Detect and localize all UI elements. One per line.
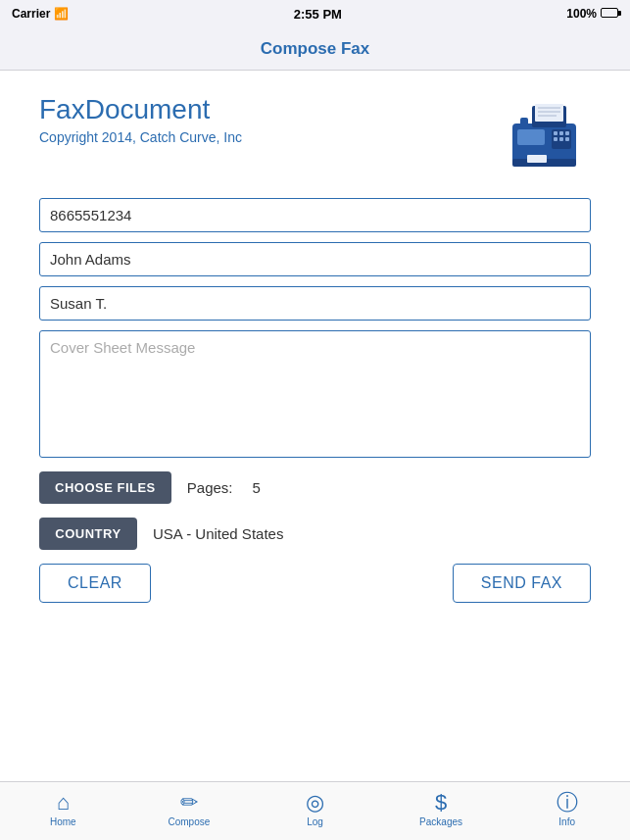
pages-label: Pages: bbox=[187, 479, 233, 496]
tab-compose-label: Compose bbox=[168, 816, 210, 827]
tab-info-label: Info bbox=[558, 816, 575, 827]
bottom-row: CLEAR SEND FAX bbox=[39, 564, 591, 603]
svg-rect-12 bbox=[559, 137, 563, 141]
tab-home-label: Home bbox=[50, 816, 76, 827]
log-icon: ◎ bbox=[306, 792, 324, 814]
send-fax-button[interactable]: SEND FAX bbox=[453, 564, 591, 603]
tab-home[interactable]: ⌂ Home bbox=[0, 792, 126, 827]
info-icon: ⓘ bbox=[557, 792, 578, 814]
app-copyright: Copyright 2014, Catch Curve, Inc bbox=[39, 129, 242, 145]
clear-button[interactable]: CLEAR bbox=[39, 564, 151, 603]
home-icon: ⌂ bbox=[57, 792, 70, 814]
country-button[interactable]: COUNTRY bbox=[39, 518, 137, 550]
tab-compose[interactable]: ✏ Compose bbox=[126, 792, 253, 827]
svg-rect-11 bbox=[554, 137, 557, 141]
svg-rect-16 bbox=[520, 118, 528, 127]
country-row: COUNTRY USA - United States bbox=[39, 518, 591, 550]
compose-icon: ✏ bbox=[180, 792, 198, 814]
nav-bar: Compose Fax bbox=[0, 27, 630, 71]
recipient-name-input[interactable] bbox=[39, 242, 591, 276]
carrier-wifi: Carrier 📶 bbox=[12, 7, 69, 21]
fax-number-input[interactable] bbox=[39, 198, 591, 232]
status-bar: Carrier 📶 2:55 PM 100% bbox=[0, 0, 630, 27]
svg-rect-9 bbox=[559, 131, 563, 135]
tab-packages[interactable]: $ Packages bbox=[378, 792, 505, 827]
tab-packages-label: Packages bbox=[419, 816, 462, 827]
choose-files-row: CHOOSE FILES Pages: 5 bbox=[39, 471, 591, 504]
svg-rect-6 bbox=[517, 129, 545, 145]
country-value: USA - United States bbox=[153, 525, 283, 542]
fax-machine-icon bbox=[503, 94, 591, 176]
svg-rect-8 bbox=[554, 131, 557, 135]
svg-rect-13 bbox=[565, 137, 569, 141]
packages-icon: $ bbox=[435, 792, 447, 814]
svg-rect-2 bbox=[535, 104, 563, 122]
svg-rect-15 bbox=[527, 155, 547, 163]
tab-log[interactable]: ◎ Log bbox=[252, 792, 378, 827]
carrier-label: Carrier bbox=[12, 7, 50, 21]
time-label: 2:55 PM bbox=[294, 7, 342, 22]
wifi-icon: 📶 bbox=[54, 7, 69, 21]
tab-bar: ⌂ Home ✏ Compose ◎ Log $ Packages ⓘ Info bbox=[0, 781, 630, 840]
message-input[interactable] bbox=[39, 330, 591, 458]
nav-title: Compose Fax bbox=[261, 39, 369, 59]
battery-icon bbox=[601, 7, 618, 21]
tab-info[interactable]: ⓘ Info bbox=[504, 792, 630, 827]
tab-log-label: Log bbox=[307, 816, 323, 827]
choose-files-button[interactable]: CHOOSE FILES bbox=[39, 471, 171, 504]
svg-rect-10 bbox=[565, 131, 569, 135]
battery-percent: 100% bbox=[566, 7, 597, 21]
app-header: FaxDocument Copyright 2014, Catch Curve,… bbox=[39, 94, 591, 176]
app-title: FaxDocument bbox=[39, 94, 242, 125]
main-content: FaxDocument Copyright 2014, Catch Curve,… bbox=[0, 71, 630, 781]
sender-name-input[interactable] bbox=[39, 286, 591, 321]
app-info: FaxDocument Copyright 2014, Catch Curve,… bbox=[39, 94, 242, 145]
pages-value: 5 bbox=[253, 479, 261, 496]
battery-info: 100% bbox=[566, 7, 618, 21]
